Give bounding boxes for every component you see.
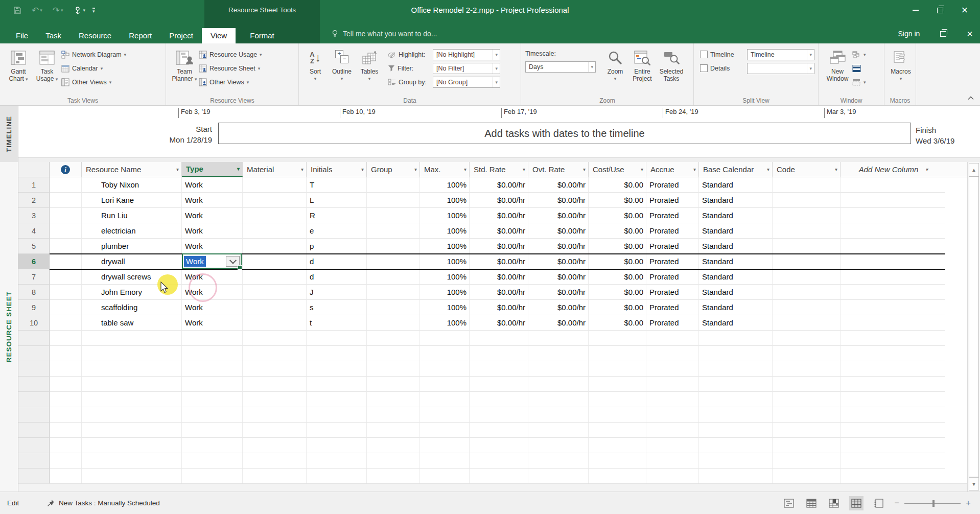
cell-max[interactable] (420, 331, 470, 346)
cell-material[interactable] (243, 453, 307, 469)
cell-material[interactable] (243, 331, 307, 346)
cell-ovt-rate[interactable]: $0.00/hr (528, 254, 589, 269)
cell-std-rate[interactable]: $0.00/hr (470, 177, 528, 193)
cell-base-calendar[interactable] (699, 377, 773, 392)
outline-button[interactable]: +− Outline ▾ (328, 46, 356, 82)
cell-material[interactable] (243, 285, 307, 300)
cell-accrue[interactable] (646, 469, 699, 484)
cell-std-rate[interactable]: $0.00/hr (470, 285, 528, 300)
cell-group[interactable] (367, 193, 420, 208)
cell-max[interactable]: 100% (420, 208, 470, 223)
cell-base-calendar[interactable]: Standard (699, 315, 773, 331)
cell-base-calendar[interactable]: Standard (699, 239, 773, 254)
row-number[interactable]: 5 (18, 239, 50, 254)
cell-code[interactable] (773, 423, 841, 438)
std-rate-filter-icon[interactable]: ▾ (523, 167, 525, 172)
cell-code[interactable] (773, 361, 841, 377)
cell-accrue[interactable]: Prorated (646, 193, 699, 208)
cell-std-rate[interactable] (470, 331, 528, 346)
cell-ovt-rate[interactable]: $0.00/hr (528, 177, 589, 193)
column-header-base-calendar[interactable]: Base Calendar▾ (699, 162, 773, 177)
cell-name[interactable] (82, 423, 182, 438)
cell-type[interactable] (182, 438, 243, 453)
pane-divider[interactable] (18, 157, 980, 162)
cell-group[interactable] (367, 423, 420, 438)
cell-group[interactable] (367, 438, 420, 453)
cell-type[interactable] (182, 407, 243, 423)
cost-use-filter-icon[interactable]: ▾ (641, 167, 643, 172)
cell-accrue[interactable] (646, 346, 699, 361)
cell-material[interactable] (243, 346, 307, 361)
cell-name[interactable] (82, 392, 182, 407)
cell-std-rate[interactable]: $0.00/hr (470, 239, 528, 254)
table-row[interactable]: 3Run LiuWorkR100%$0.00/hr$0.00/hr$0.00Pr… (18, 208, 967, 223)
cell-group[interactable] (367, 239, 420, 254)
cell-cost-use[interactable]: $0.00 (589, 254, 646, 269)
column-header-resource-name[interactable]: Resource Name▾ (82, 162, 182, 177)
cell-initials[interactable]: R (307, 208, 367, 223)
cell-name[interactable]: plumber (82, 239, 182, 254)
table-row[interactable]: 9scaffoldingWorks100%$0.00/hr$0.00/hr$0.… (18, 300, 967, 315)
cell-type[interactable]: Work (182, 208, 243, 223)
cell-ovt-rate[interactable]: $0.00/hr (528, 300, 589, 315)
calendar-button[interactable]: Calendar▾ (61, 61, 126, 75)
cell-ovt-rate[interactable] (528, 361, 589, 377)
cell-std-rate[interactable]: $0.00/hr (470, 208, 528, 223)
cell-cost-use[interactable]: $0.00 (589, 239, 646, 254)
column-header-std-rate[interactable]: Std. Rate▾ (470, 162, 528, 177)
tab-task[interactable]: Task (37, 28, 70, 43)
cell-base-calendar[interactable]: Standard (699, 300, 773, 315)
tab-project[interactable]: Project (160, 28, 202, 43)
cell-type[interactable] (182, 469, 243, 484)
cell-group[interactable] (367, 407, 420, 423)
cell-accrue[interactable]: Prorated (646, 269, 699, 285)
cell-addnew[interactable] (841, 331, 945, 346)
restore-button[interactable] (928, 0, 952, 20)
cell-type[interactable]: Work (182, 239, 243, 254)
cell-material[interactable] (243, 208, 307, 223)
empty-table-row[interactable] (18, 423, 967, 438)
cell-cost-use[interactable]: $0.00 (589, 300, 646, 315)
cell-group[interactable] (367, 254, 420, 269)
selected-tasks-button[interactable]: Selected Tasks (656, 46, 687, 82)
arrange-all-button[interactable]: ▾ (852, 48, 866, 61)
cell-cost-use[interactable]: $0.00 (589, 223, 646, 239)
cell-group[interactable] (367, 331, 420, 346)
cell-code[interactable] (773, 223, 841, 239)
cell-code[interactable] (773, 407, 841, 423)
table-row[interactable]: 6drywallWorkd100%$0.00/hr$0.00/hr$0.00Pr… (18, 254, 967, 269)
cell-ovt-rate[interactable] (528, 423, 589, 438)
timescale-select-caret[interactable]: ▾ (588, 62, 595, 72)
details-checkbox[interactable] (700, 64, 708, 72)
tab-resource[interactable]: Resource (70, 28, 120, 43)
cell-addnew[interactable] (841, 239, 945, 254)
close-button[interactable]: × (952, 0, 977, 20)
cell-ovt-rate[interactable] (528, 407, 589, 423)
cell-base-calendar[interactable]: Standard (699, 285, 773, 300)
cell-code[interactable] (773, 300, 841, 315)
cell-max[interactable]: 100% (420, 269, 470, 285)
timeline-pane-strip[interactable]: TIMELINE (0, 106, 18, 162)
cell-addnew[interactable] (841, 438, 945, 453)
cell-initials[interactable]: L (307, 193, 367, 208)
cell-addnew[interactable] (841, 315, 945, 331)
cell-initials[interactable] (307, 361, 367, 377)
cell-ovt-rate[interactable]: $0.00/hr (528, 193, 589, 208)
cell-ovt-rate[interactable]: $0.00/hr (528, 269, 589, 285)
redo-dropdown-icon[interactable]: ▾ (61, 8, 63, 13)
cell-accrue[interactable]: Prorated (646, 285, 699, 300)
cell-name[interactable]: scaffolding (82, 300, 182, 315)
cell-material[interactable] (243, 254, 307, 269)
cell-type[interactable] (182, 346, 243, 361)
cell-accrue[interactable]: Prorated (646, 239, 699, 254)
material-filter-icon[interactable]: ▾ (301, 167, 304, 172)
cell-initials[interactable] (307, 377, 367, 392)
group-by-select[interactable]: [No Group]▾ (433, 77, 500, 88)
cell-base-calendar[interactable]: Standard (699, 254, 773, 269)
cell-material[interactable] (243, 193, 307, 208)
row-number[interactable]: 8 (18, 285, 50, 300)
cell-group[interactable] (367, 469, 420, 484)
tab-file[interactable]: File (7, 28, 37, 43)
cell-addnew[interactable] (841, 193, 945, 208)
cell-max[interactable] (420, 377, 470, 392)
